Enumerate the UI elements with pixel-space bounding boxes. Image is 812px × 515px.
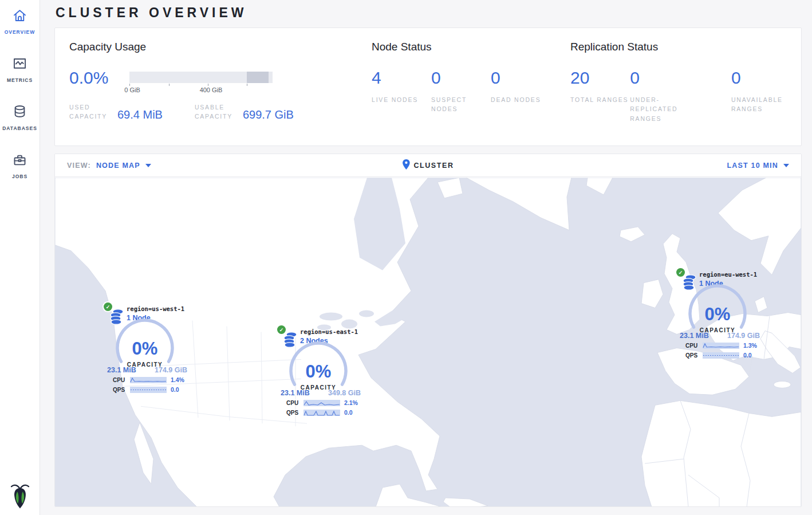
map-pin-icon xyxy=(402,159,409,172)
axis-tick xyxy=(169,84,170,86)
used-capacity-value: 69.4 MiB xyxy=(117,108,163,121)
node-map-marker-us-east-1[interactable]: ✓ region=us-east-1 2 Nodes xyxy=(277,325,363,422)
under-replicated-ranges-stat: 0 UNDER-REPLICATED RANGES xyxy=(630,69,731,123)
world-map: ✓ region=us-west-1 1 Node xyxy=(55,178,801,507)
capacity-usage-title: Capacity Usage xyxy=(69,41,372,53)
view-selector-dropdown[interactable]: VIEW: NODE MAP xyxy=(67,162,151,170)
cpu-label: CPU xyxy=(113,377,130,383)
node-status-title: Node Status xyxy=(372,41,570,53)
qps-sparkline xyxy=(303,410,340,416)
cpu-value: 2.1% xyxy=(344,399,358,406)
qps-value: 0.0 xyxy=(743,352,752,359)
region-label: region=us-east-1 xyxy=(300,328,358,335)
cpu-label: CPU xyxy=(685,343,703,349)
total-ranges-value: 20 xyxy=(570,69,630,87)
node-map-marker-us-west-1[interactable]: ✓ region=us-west-1 1 Node xyxy=(104,302,190,399)
capacity-usage-section: Capacity Usage 0.0% 0 GiB 400 GiB xyxy=(69,41,372,146)
locality-nodes-icon xyxy=(681,274,696,293)
map-toolbar: VIEW: NODE MAP CLUSTER LAST 10 MIN xyxy=(55,154,801,177)
capacity-bar: 0 GiB 400 GiB xyxy=(129,72,273,93)
healthy-check-icon: ✓ xyxy=(676,268,685,277)
sidebar-item-jobs[interactable]: JOBS xyxy=(0,144,40,192)
sidebar-item-label: METRICS xyxy=(7,77,33,83)
cpu-value: 1.4% xyxy=(171,376,184,383)
axis-tick-label: 400 GiB xyxy=(200,87,223,93)
qps-value: 0.0 xyxy=(344,409,353,416)
healthy-check-icon: ✓ xyxy=(104,302,112,311)
used-capacity-label: USED CAPACITY xyxy=(69,103,117,121)
sidebar-item-overview[interactable]: OVERVIEW xyxy=(0,0,40,48)
live-nodes-stat: 4 LIVE NODES xyxy=(372,69,431,114)
axis-tick xyxy=(208,84,208,86)
sidebar-item-metrics[interactable]: METRICS xyxy=(0,48,40,96)
capacity-used-value: 23.1 MiB xyxy=(107,366,136,374)
suspect-nodes-label: SUSPECT NODES xyxy=(431,95,491,114)
replication-status-section: Replication Status 20 TOTAL RANGES 0 UND… xyxy=(570,41,799,146)
suspect-nodes-value: 0 xyxy=(431,69,491,87)
svg-text:0%: 0% xyxy=(705,304,731,324)
capacity-bar-reserved-segment xyxy=(247,72,269,83)
sidebar-item-label: DATABASES xyxy=(2,125,37,131)
view-value: NODE MAP xyxy=(96,162,140,170)
healthy-check-icon: ✓ xyxy=(277,325,286,334)
unavailable-ranges-value: 0 xyxy=(731,69,799,87)
sidebar: OVERVIEW METRICS DATABASES xyxy=(0,0,40,515)
capacity-total-value: 174.9 GiB xyxy=(155,366,187,374)
region-label: region=eu-west-1 xyxy=(699,271,757,278)
qps-label: QPS xyxy=(685,352,703,359)
dead-nodes-value: 0 xyxy=(491,69,550,87)
main-content: CLUSTER OVERVIEW Capacity Usage 0.0% 0 G… xyxy=(40,0,812,515)
qps-label: QPS xyxy=(113,387,130,393)
cpu-sparkline xyxy=(130,377,167,383)
under-replicated-ranges-label: UNDER-REPLICATED RANGES xyxy=(630,95,704,123)
usable-capacity-value: 699.7 GiB xyxy=(243,108,294,121)
breadcrumb-cluster: CLUSTER xyxy=(413,162,454,170)
locality-breadcrumb[interactable]: CLUSTER xyxy=(402,159,454,172)
dead-nodes-label: DEAD NODES xyxy=(491,95,550,104)
region-label: region=us-west-1 xyxy=(127,305,184,312)
cpu-value: 1.3% xyxy=(743,342,757,349)
unavailable-ranges-stat: 0 UNAVAILABLE RANGES xyxy=(731,69,799,123)
qps-sparkline xyxy=(703,352,739,359)
total-ranges-label: TOTAL RANGES xyxy=(570,95,630,104)
time-range-value: LAST 10 MIN xyxy=(727,162,778,170)
sidebar-item-databases[interactable]: DATABASES xyxy=(0,96,40,144)
briefcase-icon xyxy=(12,152,27,170)
replication-status-title: Replication Status xyxy=(570,41,799,53)
live-nodes-value: 4 xyxy=(372,69,431,87)
cpu-label: CPU xyxy=(286,400,303,406)
sidebar-item-label: OVERVIEW xyxy=(5,29,36,35)
page-title: CLUSTER OVERVIEW xyxy=(56,5,247,21)
total-ranges-stat: 20 TOTAL RANGES xyxy=(570,69,630,123)
dead-nodes-stat: 0 DEAD NODES xyxy=(491,69,550,114)
cockroachdb-logo xyxy=(10,482,30,512)
qps-value: 0.0 xyxy=(171,386,179,393)
capacity-used-value: 23.1 MiB xyxy=(680,332,709,340)
cluster-overview-page: OVERVIEW METRICS DATABASES xyxy=(0,0,812,515)
chevron-down-icon xyxy=(145,164,151,167)
metrics-chart-icon xyxy=(12,56,27,74)
unavailable-ranges-label: UNAVAILABLE RANGES xyxy=(731,95,799,114)
database-icon xyxy=(12,104,27,122)
capacity-percent: 0.0% xyxy=(69,69,129,93)
cpu-sparkline xyxy=(303,400,340,406)
node-map-marker-eu-west-1[interactable]: ✓ region=eu-west-1 1 Node xyxy=(676,268,762,364)
node-map-card: VIEW: NODE MAP CLUSTER LAST 10 MIN xyxy=(54,154,802,507)
sidebar-item-label: JOBS xyxy=(12,174,27,179)
live-nodes-label: LIVE NODES xyxy=(372,95,431,104)
locality-nodes-icon xyxy=(109,308,124,328)
qps-label: QPS xyxy=(286,410,303,416)
axis-tick xyxy=(129,84,130,86)
axis-tick-label: 0 GiB xyxy=(124,87,140,93)
axis-tick xyxy=(247,84,247,86)
node-status-section: Node Status 4 LIVE NODES 0 SUSPECT NODES… xyxy=(372,41,570,146)
time-range-dropdown[interactable]: LAST 10 MIN xyxy=(727,162,789,170)
view-label: VIEW: xyxy=(67,162,91,170)
home-icon xyxy=(12,8,27,26)
chevron-down-icon xyxy=(783,164,789,167)
svg-text:0%: 0% xyxy=(132,339,158,359)
locality-nodes-icon xyxy=(282,331,297,351)
svg-text:0%: 0% xyxy=(306,361,332,382)
suspect-nodes-stat: 0 SUSPECT NODES xyxy=(431,69,491,114)
cpu-sparkline xyxy=(703,343,739,349)
